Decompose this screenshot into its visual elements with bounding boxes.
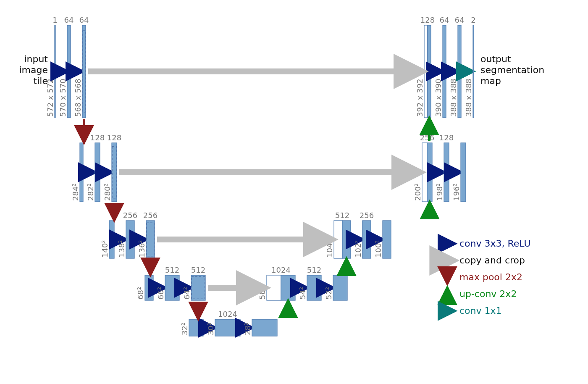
feature-map (146, 221, 155, 258)
output-label: output (480, 54, 511, 64)
channel-count: 256 (420, 133, 434, 142)
legend-conv1x1-label: conv 1x1 (459, 305, 502, 316)
channel-count: 1 (52, 16, 57, 24)
legend-conv-label: conv 3x3, ReLU (459, 238, 531, 249)
channel-count: 2 (471, 16, 475, 24)
spatial-dim: 64² (182, 287, 191, 300)
channel-count: 512 (307, 266, 321, 274)
concat-copied (422, 143, 427, 202)
spatial-dim: 388 x 388 (449, 79, 458, 117)
channel-count: 64 (455, 16, 465, 24)
spatial-dim: 66² (156, 287, 165, 300)
channel-count: 256 (360, 211, 374, 220)
channel-count: 256 (123, 211, 137, 220)
feature-map (333, 275, 347, 300)
spatial-dim: 388 x 388 (464, 79, 473, 117)
spatial-dim: 280² (103, 183, 112, 201)
feature-map (55, 25, 55, 118)
channel-count: 128 (90, 133, 105, 142)
spatial-dim: 102² (354, 240, 362, 258)
channel-count: 256 (143, 211, 158, 220)
concat-upsampled (342, 221, 351, 258)
spatial-dim: 52² (324, 287, 333, 300)
spatial-dim: 284² (71, 183, 80, 201)
spatial-dim: 68² (136, 287, 145, 300)
feature-map (67, 25, 71, 118)
channel-count: 1024 (271, 266, 291, 274)
channel-count: 128 (107, 133, 121, 142)
output-label: map (480, 76, 501, 86)
spatial-dim: 32² (180, 323, 189, 335)
feature-map (80, 143, 83, 202)
channel-count: 64 (79, 16, 89, 24)
legend-pool-label: max pool 2x2 (459, 272, 522, 282)
output-label: segmentation (480, 65, 544, 75)
channel-count: 512 (165, 266, 179, 274)
concat-copied (334, 221, 342, 258)
spatial-dim: 282² (86, 183, 95, 201)
feature-map (443, 25, 446, 118)
spatial-dim: 196² (452, 183, 461, 201)
input-label: input (24, 54, 48, 64)
feature-map (458, 25, 461, 118)
feature-map (215, 319, 240, 336)
feature-map (165, 275, 179, 300)
feature-map (461, 143, 466, 202)
spatial-dim: 54² (298, 287, 307, 300)
concat-upsampled (427, 143, 432, 202)
feature-map (444, 143, 449, 202)
concat-copied (424, 25, 428, 118)
channel-count: 128 (439, 133, 454, 142)
feature-map (191, 275, 205, 300)
spatial-dim: 30² (206, 323, 215, 335)
feature-map (383, 221, 391, 258)
spatial-dim: 28² (243, 323, 252, 335)
spatial-dim: 390 x 390 (434, 79, 443, 117)
channel-count: 1024 (218, 310, 237, 318)
legend-upconv-label: up-conv 2x2 (459, 289, 517, 299)
concat-upsampled (281, 275, 295, 300)
spatial-dim: 100² (374, 240, 383, 258)
channel-count: 512 (335, 211, 349, 220)
channel-count: 64 (440, 16, 449, 24)
spatial-dim: 138² (117, 240, 126, 258)
concat-upsampled (428, 25, 431, 118)
feature-map (126, 221, 134, 258)
feature-map (112, 143, 117, 202)
feature-map (473, 25, 474, 118)
feature-map (189, 319, 203, 336)
spatial-dim: 570 x 570 (58, 79, 67, 117)
feature-map (109, 221, 114, 258)
spatial-dim: 104² (325, 240, 334, 258)
spatial-dim: 392 x 392 (415, 79, 424, 117)
spatial-dim: 136² (137, 240, 146, 258)
feature-map (362, 221, 371, 258)
unet-diagram: 1572 x 57264570 x 57064568 x 568284²1282… (0, 0, 588, 384)
channel-count: 64 (64, 16, 74, 24)
input-label: tile (34, 76, 48, 86)
channel-count: 128 (420, 16, 435, 24)
spatial-dim: 198² (435, 183, 444, 201)
feature-map (307, 275, 321, 300)
concat-copied (267, 275, 281, 300)
channel-count: 512 (191, 266, 205, 274)
input-label: image (19, 65, 48, 75)
spatial-dim: 140² (100, 240, 109, 258)
feature-map (145, 275, 153, 300)
feature-map (95, 143, 100, 202)
legend-copy-label: copy and crop (459, 255, 525, 266)
spatial-dim: 568 x 568 (74, 79, 82, 117)
feature-map (252, 319, 277, 336)
spatial-dim: 200² (413, 183, 422, 201)
